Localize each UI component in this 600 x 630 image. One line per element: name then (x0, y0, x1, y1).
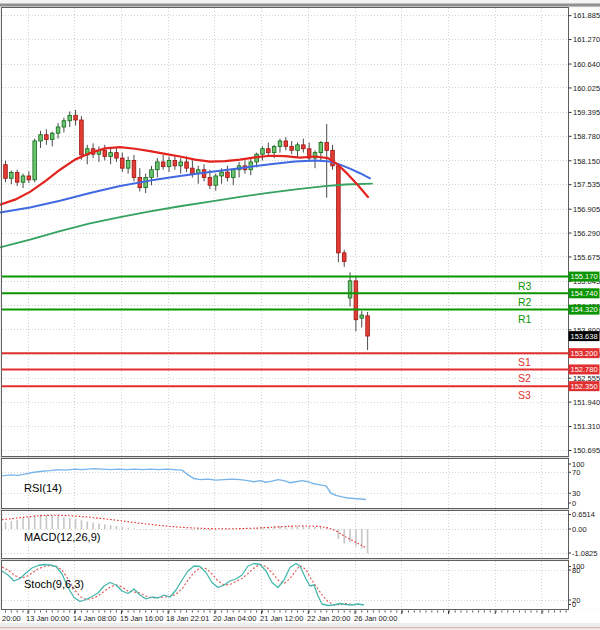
rsi-scale-label: 70 (572, 468, 580, 477)
rsi-plot-area[interactable] (2, 459, 569, 509)
level-label-s3: S3 (518, 389, 531, 401)
candle-bearish (191, 168, 195, 173)
bottom-accent-line (0, 627, 600, 628)
price-axis-label: 151.940 (573, 398, 600, 407)
candle-bullish (319, 143, 323, 153)
candle-bearish (226, 172, 230, 177)
time-axis-label: 13 Jan 00:00 (26, 614, 69, 623)
price-axis-label: 155.675 (573, 253, 600, 262)
stoch-indicator-label: Stoch(9,6,3) (24, 578, 84, 590)
macd-scale-label: -1.0825 (572, 549, 597, 558)
price-axis-label: 160.640 (573, 60, 600, 69)
price-axis-label: 151.310 (573, 422, 600, 431)
time-axis-label: 18 Jan 22:01 (166, 614, 209, 623)
candle-bearish (290, 146, 294, 150)
macd-indicator-label: MACD(12,26,9) (24, 531, 100, 543)
candle-bearish (366, 316, 370, 336)
candle-bullish (296, 145, 300, 150)
time-axis-label: 21 Jan 12:00 (260, 614, 303, 623)
candle-bullish (179, 162, 183, 166)
candle-bullish (231, 170, 235, 178)
candle-bearish (354, 281, 358, 320)
candle-bullish (126, 160, 130, 168)
price-axis-label: 157.535 (573, 180, 600, 189)
candle-bearish (302, 145, 306, 149)
candle-bullish (56, 127, 60, 133)
candle-bearish (74, 115, 78, 120)
time-axis-label: 14 Jan 08:00 (73, 614, 116, 623)
candle-bullish (21, 176, 25, 182)
price-axis-label: 156.905 (573, 205, 600, 214)
level-badge-r1: 154.320 (571, 305, 598, 314)
candle-bearish (15, 172, 19, 182)
candle-bearish (325, 143, 329, 151)
price-axis-label: 158.780 (573, 132, 600, 141)
candle-bullish (214, 176, 218, 185)
level-badge-r2: 154.740 (571, 289, 598, 298)
candle-bullish (167, 160, 171, 166)
rsi-indicator-label: RSI(14) (24, 482, 62, 494)
candle-bearish (115, 153, 119, 158)
candle-bullish (360, 315, 364, 318)
level-badge-s2: 152.780 (571, 365, 598, 374)
candle-bearish (208, 178, 212, 186)
candle-bullish (220, 172, 224, 176)
stoch-plot-area[interactable] (2, 561, 569, 610)
stoch-scale-label: 80 (572, 566, 580, 575)
price-axis-label: 150.695 (573, 446, 600, 455)
candle-bearish (80, 120, 84, 155)
macd-scale-label: 0.6514 (572, 510, 595, 519)
candle-bearish (284, 141, 288, 146)
time-axis-label: 22 Jan 20:00 (307, 614, 350, 623)
candle-bearish (185, 162, 189, 168)
candle-bearish (161, 162, 165, 167)
main-chart-plot-area[interactable] (2, 8, 569, 457)
candle-bullish (62, 121, 66, 127)
stoch-scale-label: 0 (572, 600, 576, 609)
time-axis-label: 20 Jan 04:00 (213, 614, 256, 623)
candle-bullish (278, 141, 282, 146)
candle-bearish (103, 150, 107, 156)
time-axis-label: 15 Jan 16:00 (120, 614, 163, 623)
candle-bullish (150, 170, 154, 178)
trading-chart-window: R3R2R1S1S2S3161.885161.270160.640160.025… (0, 0, 600, 630)
candle-bullish (109, 153, 113, 157)
rsi-scale-label: 0 (572, 499, 576, 508)
time-axis-label: 20:00 (2, 614, 21, 623)
candle-bullish (348, 281, 352, 298)
candle-bearish (132, 160, 136, 177)
price-axis-label: 161.885 (573, 11, 600, 20)
level-badge-s1: 153.200 (571, 349, 598, 358)
candle-bearish (342, 253, 346, 262)
candle-bearish (173, 160, 177, 165)
candle-bullish (39, 135, 43, 141)
rsi-scale-label: 30 (572, 489, 580, 498)
bottom-strip (0, 623, 600, 630)
level-label-r1: R1 (518, 313, 532, 325)
price-axis-label: 160.025 (573, 84, 600, 93)
candle-bearish (4, 165, 8, 179)
candle-bearish (121, 158, 125, 168)
price-axis-label: 156.290 (573, 229, 600, 238)
price-axis-label: 159.395 (573, 108, 600, 117)
level-label-s1: S1 (518, 356, 531, 368)
time-axis-label: 26 Jan 00:00 (354, 614, 397, 623)
candle-bearish (267, 149, 271, 153)
level-label-r2: R2 (518, 296, 532, 308)
candle-bullish (10, 172, 14, 178)
candle-bullish (156, 162, 160, 170)
level-label-r3: R3 (518, 280, 532, 292)
macd-scale-label: 0.00 (572, 525, 587, 534)
candle-bullish (261, 149, 265, 154)
current-price-badge: 153.638 (571, 332, 598, 341)
candle-bullish (50, 133, 54, 139)
level-badge-r3: 155.170 (571, 272, 598, 281)
candle-bearish (45, 135, 49, 140)
candle-bullish (272, 146, 276, 152)
candle-bullish (68, 115, 72, 120)
window-top-border (0, 4, 600, 7)
level-label-s2: S2 (518, 372, 531, 384)
window-top-edge (0, 0, 600, 4)
candle-bullish (33, 141, 37, 180)
candle-bearish (27, 176, 31, 180)
